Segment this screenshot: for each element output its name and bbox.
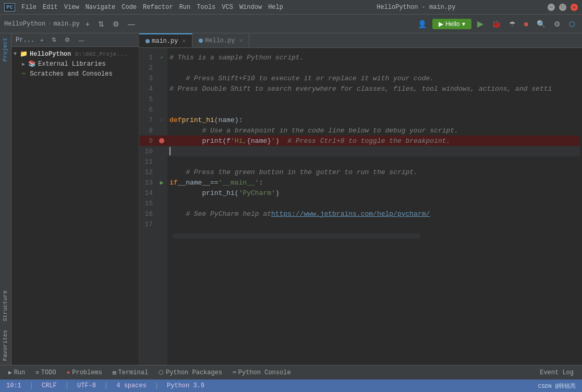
close-button[interactable]: ✕ xyxy=(571,4,578,11)
bottom-tab-python-packages[interactable]: ⬡ Python Packages xyxy=(154,368,226,377)
project-tree: ▼ 📁 HelloPython D:\002_Proje... ▶ 📚 Exte… xyxy=(11,47,139,365)
code-line-10 xyxy=(167,146,580,156)
code-comment-1: # This is a sample Python script. xyxy=(169,54,304,62)
run-icon: ▶ xyxy=(439,20,443,28)
tab-main-py[interactable]: main.py ✕ xyxy=(139,33,192,47)
code-comment-16: # See PyCharm help at xyxy=(186,210,271,218)
breadcrumb-file[interactable]: main.py xyxy=(53,20,79,28)
code-comment-9: # Press Ctrl+8 to toggle the breakpoint. xyxy=(287,137,450,145)
line-number-15: 15 xyxy=(139,200,156,207)
gutter-row-6: 6 xyxy=(139,104,167,115)
stop-icon[interactable]: ■ xyxy=(522,19,531,29)
search-icon[interactable]: 🔍 xyxy=(534,19,548,29)
code-line-7: def print_hi(name): xyxy=(167,115,580,125)
project-sync-button[interactable]: ⇅ xyxy=(49,35,59,44)
breadcrumb: HelloPython › main.py xyxy=(4,20,80,28)
code-line-5 xyxy=(167,94,580,104)
breadcrumb-project[interactable]: HelloPython xyxy=(4,20,45,28)
bottom-tab-run[interactable]: ▶ Run xyxy=(4,368,29,377)
add-button[interactable]: + xyxy=(83,19,92,29)
menu-tools[interactable]: Tools xyxy=(197,4,215,11)
run-dropdown-arrow: ▾ xyxy=(462,20,465,28)
line-number-2: 2 xyxy=(139,64,156,72)
settings-icon[interactable]: ⚙ xyxy=(551,19,563,29)
gutter-row-13: 13 ▶ xyxy=(139,177,167,188)
bottom-tab-terminal[interactable]: ▤ Terminal xyxy=(108,368,152,377)
gutter-cell-9-breakpoint[interactable] xyxy=(156,138,167,143)
code-line-9: print(f'Hi, {name}') # Press Ctrl+8 to t… xyxy=(167,136,580,146)
menu-vcs[interactable]: VCS xyxy=(222,4,233,11)
indent-12 xyxy=(169,168,186,176)
coverage-icon[interactable]: ☂ xyxy=(506,19,518,29)
menu-navigate[interactable]: Navigate xyxy=(86,4,116,11)
tab-hello-py[interactable]: Hello.py ✕ xyxy=(192,33,249,47)
bottom-tab-python-console[interactable]: ⌨ Python Console xyxy=(228,368,295,377)
fstring-end: ' xyxy=(271,137,275,145)
menu-edit[interactable]: Edit xyxy=(43,4,58,11)
bottom-tab-event-log[interactable]: Event Log xyxy=(536,368,578,377)
menu-window[interactable]: Window xyxy=(239,4,262,11)
run-button[interactable]: ▶ Hello ▾ xyxy=(432,19,471,29)
project-close-button[interactable]: — xyxy=(76,36,87,44)
window-controls: — □ ✕ xyxy=(548,4,578,11)
code-line-3: # Press Shift+F10 to execute it or repla… xyxy=(167,73,580,83)
project-add-button[interactable]: + xyxy=(38,36,46,44)
event-log-label: Event Log xyxy=(540,369,574,376)
python-packages-label: Python Packages xyxy=(166,369,222,376)
status-python-version[interactable]: Python 3.9 xyxy=(167,382,204,389)
status-indent: 4 spaces xyxy=(116,382,147,389)
menu-file[interactable]: File xyxy=(21,4,37,11)
horizontal-scrollbar[interactable] xyxy=(173,234,420,239)
dunder-name: __name__ xyxy=(178,179,210,187)
code-print: print xyxy=(202,137,222,145)
bottom-tab-todo[interactable]: ≡ TODO xyxy=(31,368,60,377)
debug-icon[interactable]: 🐞 xyxy=(489,19,503,29)
code-line-8: # Use a breakpoint in the code line belo… xyxy=(167,125,580,136)
sync-button[interactable]: ⇅ xyxy=(95,19,107,29)
gutter-row-8: 8 xyxy=(139,125,167,136)
plugin-icon[interactable]: ⬡ xyxy=(566,19,578,29)
external-libraries-label: External Libraries xyxy=(38,60,106,68)
settings-gear[interactable]: ⚙ xyxy=(110,19,122,29)
tree-item-external-libraries[interactable]: ▶ 📚 External Libraries xyxy=(11,59,139,69)
gutter-cell-13: ▶ xyxy=(156,179,167,187)
code-line-13: if __name__ == '__main__': xyxy=(167,177,580,188)
menu-refactor[interactable]: Refactor xyxy=(143,4,173,11)
structure-tab[interactable]: Structure xyxy=(0,286,11,325)
line-number-3: 3 xyxy=(139,75,156,82)
gutter-row-17: 17 xyxy=(139,219,167,229)
close-panel-button[interactable]: — xyxy=(125,19,138,29)
menu-help[interactable]: Help xyxy=(268,4,283,11)
line-number-8: 8 xyxy=(139,127,156,134)
code-line-17 xyxy=(167,219,580,229)
gutter-row-5: 5 xyxy=(139,94,167,104)
user-icon[interactable]: 👤 xyxy=(415,19,429,29)
code-editor[interactable]: 1 ✓ 2 3 4 5 xyxy=(139,48,582,365)
run-play-icon[interactable]: ▶ xyxy=(475,18,486,30)
menu-run[interactable]: Run xyxy=(179,4,191,11)
menu-code[interactable]: Code xyxy=(122,4,137,11)
project-path: D:\002_Proje... xyxy=(75,51,127,57)
link-pycharm[interactable]: https://www.jetbrains.com/help/pycharm/ xyxy=(271,210,430,218)
code-colon: : xyxy=(259,179,263,187)
project-settings-button[interactable]: ⚙ xyxy=(62,35,72,44)
minimize-button[interactable]: — xyxy=(548,4,555,11)
main-toolbar: HelloPython › main.py + ⇅ ⚙ — 👤 ▶ Hello … xyxy=(0,15,582,33)
gutter-row-2: 2 xyxy=(139,63,167,73)
keyword-if: if xyxy=(169,179,178,187)
close-main-py[interactable]: ✕ xyxy=(182,38,186,44)
fstring-var: {name} xyxy=(247,137,271,145)
tree-item-scratches[interactable]: ✂ Scratches and Consoles xyxy=(11,69,139,79)
close-hello-py[interactable]: ✕ xyxy=(239,37,243,44)
status-bar: 10:1 | CRLF | UTF-8 | 4 spaces | Python … xyxy=(0,379,582,392)
favorites-tab[interactable]: Favorites xyxy=(0,326,11,365)
tree-item-hellopython[interactable]: ▼ 📁 HelloPython D:\002_Proje... xyxy=(11,49,139,59)
project-tab[interactable]: Project xyxy=(0,33,11,66)
maximize-button[interactable]: □ xyxy=(559,4,566,11)
menu-view[interactable]: View xyxy=(64,4,79,11)
code-content[interactable]: # This is a sample Python script. # Pres… xyxy=(167,48,582,365)
code-paren-14: ( xyxy=(235,189,239,197)
code-comment-8: # Use a breakpoint in the code line belo… xyxy=(202,127,458,134)
menu-bar: File Edit View Navigate Code Refactor Ru… xyxy=(21,4,284,11)
bottom-tab-problems[interactable]: ● Problems xyxy=(63,368,106,377)
